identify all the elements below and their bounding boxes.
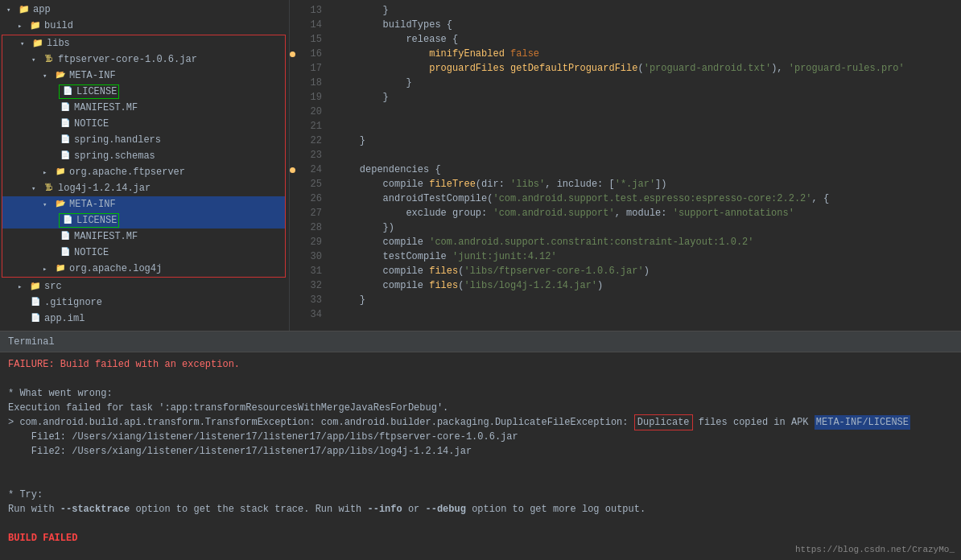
code-line-24: dependencies { bbox=[336, 163, 961, 177]
breakpoint-24 bbox=[290, 167, 295, 173]
linenum-27: 27 bbox=[298, 208, 322, 219]
label-log4j: log4j-1.2.14.jar bbox=[58, 183, 151, 194]
arrow-build: ▸ bbox=[18, 22, 29, 31]
tree-item-notice2[interactable]: 📄 NOTICE bbox=[2, 245, 285, 261]
gutter-27: 27 bbox=[290, 206, 328, 220]
code-text-area[interactable]: } buildTypes { release { minifyEnabled f… bbox=[328, 0, 961, 331]
tree-item-libs[interactable]: ▾ 📁 libs bbox=[2, 35, 285, 51]
tree-item-spring-schemas[interactable]: 📄 spring.schemas bbox=[2, 148, 285, 164]
gutter-16: 16 bbox=[290, 47, 328, 61]
linenum-26: 26 bbox=[298, 193, 322, 204]
file-icon-manifest2: 📄 bbox=[59, 230, 72, 243]
linenum-18: 18 bbox=[298, 77, 322, 89]
folder-icon-orglog4j: 📁 bbox=[54, 262, 67, 275]
file-icon-license1: 📄 bbox=[61, 85, 74, 98]
failure-text: FAILURE: Build failed with an exception. bbox=[8, 357, 240, 372]
code-line-34 bbox=[336, 307, 961, 322]
code-editor: 13 14 15 16 17 18 19 20 21 22 23 24 25 2… bbox=[290, 0, 961, 331]
tree-item-license2[interactable]: 📄 LICENSE bbox=[2, 212, 285, 229]
label-orglog4j: org.apache.log4j bbox=[69, 263, 162, 274]
terminal-panel: Terminal FAILURE: Build failed with an e… bbox=[0, 331, 961, 560]
jar-icon-ftp: 🗜 bbox=[43, 53, 56, 66]
terminal-blank2 bbox=[8, 459, 953, 473]
linenum-17: 17 bbox=[298, 63, 322, 74]
linenum-24: 24 bbox=[298, 164, 322, 175]
code-line-16: minifyEnabled false bbox=[336, 47, 961, 61]
tree-item-manifest1[interactable]: 📄 MANIFEST.MF bbox=[2, 100, 285, 116]
tree-item-notice1[interactable]: 📄 NOTICE bbox=[2, 116, 285, 132]
terminal-execution: Execution failed for task ':app:transfor… bbox=[8, 401, 953, 415]
exception-prefix: > com.android.build.api.transform.Transf… bbox=[8, 415, 634, 430]
file-icon-gitignore: 📄 bbox=[29, 296, 42, 309]
tree-item-src[interactable]: ▸ 📁 src bbox=[0, 278, 289, 294]
folder-icon-orgftp: 📁 bbox=[54, 166, 67, 179]
linenum-29: 29 bbox=[298, 237, 322, 248]
gutter-21: 21 bbox=[290, 119, 328, 134]
gutter-25: 25 bbox=[290, 177, 328, 191]
gutter-15: 15 bbox=[290, 32, 328, 47]
folder-icon-src: 📁 bbox=[29, 280, 42, 293]
tree-item-build[interactable]: ▸ 📁 build bbox=[0, 18, 289, 34]
gutter-23: 23 bbox=[290, 148, 328, 163]
tree-item-orglog4j[interactable]: ▸ 📁 org.apache.log4j bbox=[2, 261, 285, 277]
sidebar: ▾ 📁 app ▸ 📁 build ▾ 📁 libs bbox=[0, 0, 290, 331]
tree-item-manifest2[interactable]: 📄 MANIFEST.MF bbox=[2, 229, 285, 245]
linenum-20: 20 bbox=[298, 106, 322, 117]
linenum-21: 21 bbox=[298, 121, 322, 132]
file2-text: File2: /Users/xiang/listener/listener17/… bbox=[8, 444, 472, 459]
code-line-30: testCompile 'junit:junit:4.12' bbox=[336, 249, 961, 264]
terminal-try: * Try: bbox=[8, 488, 953, 502]
libs-highlighted-section: ▾ 📁 libs ▾ 🗜 ftpserver-core-1.0.6.jar ▾ … bbox=[2, 35, 286, 278]
gutter-31: 31 bbox=[290, 264, 328, 278]
tree-item-app[interactable]: ▾ 📁 app bbox=[0, 2, 289, 18]
stacktrace-bold1: --stacktrace bbox=[60, 502, 130, 517]
code-content: 13 14 15 16 17 18 19 20 21 22 23 24 25 2… bbox=[290, 0, 961, 331]
gutter-13: 13 bbox=[290, 3, 328, 18]
tree-item-appiml[interactable]: 📄 app.iml bbox=[0, 311, 289, 327]
linenum-33: 33 bbox=[298, 294, 322, 306]
file-icon-notice1: 📄 bbox=[59, 117, 72, 130]
linenum-23: 23 bbox=[298, 150, 322, 161]
terminal-blank1 bbox=[8, 372, 953, 386]
gutter-17: 17 bbox=[290, 61, 328, 76]
label-appiml: app.iml bbox=[44, 313, 85, 324]
folder-icon-metainf2: 📂 bbox=[54, 198, 67, 211]
linenum-25: 25 bbox=[298, 179, 322, 190]
stacktrace-bold3: --debug bbox=[426, 502, 466, 517]
label-notice2: NOTICE bbox=[74, 247, 109, 258]
code-line-22: } bbox=[336, 134, 961, 148]
terminal-tab[interactable]: Terminal bbox=[0, 331, 961, 352]
tree-item-metainf2[interactable]: ▾ 📂 META-INF bbox=[2, 196, 285, 212]
tree-item-log4j[interactable]: ▾ 🗜 log4j-1.2.14.jar bbox=[2, 180, 285, 196]
label-app: app bbox=[33, 4, 51, 15]
breakpoint-16 bbox=[290, 51, 295, 57]
gutter-18: 18 bbox=[290, 76, 328, 90]
code-line-15: release { bbox=[336, 32, 961, 47]
gutter-26: 26 bbox=[290, 191, 328, 206]
stacktrace-bold2: --info bbox=[367, 502, 402, 517]
code-line-25: compile fileTree(dir: 'libs', include: [… bbox=[336, 177, 961, 191]
file-icon-springhandlers: 📄 bbox=[59, 134, 72, 146]
tree-item-license1[interactable]: 📄 LICENSE bbox=[2, 84, 285, 100]
terminal-file2: File2: /Users/xiang/listener/listener17/… bbox=[8, 444, 953, 459]
file-icon-appiml: 📄 bbox=[29, 312, 42, 325]
folder-icon-metainf1: 📂 bbox=[54, 69, 67, 82]
tree-item-ftpjar[interactable]: ▾ 🗜 ftpserver-core-1.0.6.jar bbox=[2, 51, 285, 68]
tree-item-orgftp[interactable]: ▸ 📁 org.apache.ftpserver bbox=[2, 164, 285, 180]
arrow-log4j: ▾ bbox=[31, 184, 43, 193]
code-line-23 bbox=[336, 148, 961, 163]
code-line-21 bbox=[336, 119, 961, 134]
tree-item-metainf1[interactable]: ▾ 📂 META-INF bbox=[2, 68, 285, 84]
label-gitignore: .gitignore bbox=[44, 297, 102, 308]
terminal-stacktrace: Run with --stacktrace option to get the … bbox=[8, 502, 953, 517]
code-line-28: }) bbox=[336, 220, 961, 235]
gutter-22: 22 bbox=[290, 134, 328, 148]
label-metainf1: META-INF bbox=[69, 70, 116, 81]
linenum-31: 31 bbox=[298, 266, 322, 277]
gutter-33: 33 bbox=[290, 293, 328, 307]
tree-item-spring-handlers[interactable]: 📄 spring.handlers bbox=[2, 132, 285, 148]
tree-item-gitignore[interactable]: 📄 .gitignore bbox=[0, 294, 289, 311]
arrow-app: ▾ bbox=[6, 6, 18, 14]
stacktrace-end: option to get more log output. bbox=[466, 502, 645, 517]
terminal-content[interactable]: FAILURE: Build failed with an exception.… bbox=[0, 352, 961, 560]
